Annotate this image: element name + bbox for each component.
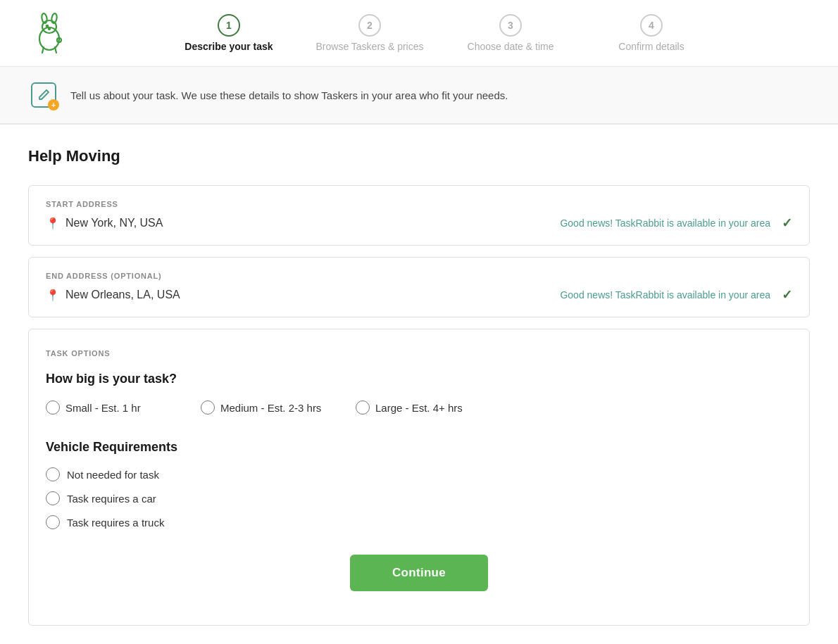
start-address-label: START ADDRESS [46, 200, 792, 208]
svg-line-8 [55, 47, 56, 53]
end-checkmark-icon: ✓ [782, 287, 792, 303]
vehicle-label-truck: Task requires a truck [67, 517, 164, 529]
start-availability-text: Good news! TaskRabbit is available in yo… [560, 217, 770, 229]
size-radio-large[interactable] [356, 400, 370, 415]
vehicle-label-none: Not needed for task [67, 469, 159, 481]
step-4-label: Confirm details [618, 41, 684, 52]
end-address-label: END ADDRESS (OPTIONAL) [46, 272, 792, 280]
taskrabbit-logo[interactable] [28, 12, 70, 54]
step-4-circle: 4 [640, 14, 663, 37]
vehicle-option-car[interactable]: Task requires a car [46, 491, 792, 505]
end-address-card: END ADDRESS (OPTIONAL) 📍 New Orleans, LA… [28, 257, 810, 317]
header: 1 Describe your task 2 Browse Taskers & … [0, 0, 838, 67]
step-3: 3 Choose date & time [440, 14, 581, 52]
size-option-large[interactable]: Large - Est. 4+ hrs [356, 400, 511, 415]
size-label-medium: Medium - Est. 2-3 hrs [220, 402, 321, 414]
svg-point-5 [49, 28, 50, 30]
info-bar: + Tell us about your task. We use these … [0, 67, 838, 124]
main-content: Help Moving START ADDRESS 📍 New York, NY… [0, 125, 838, 644]
vehicle-options-group: Not needed for task Task requires a car … [46, 467, 792, 529]
size-radio-small[interactable] [46, 400, 60, 415]
size-radio-group: Small - Est. 1 hr Medium - Est. 2-3 hrs … [46, 400, 792, 415]
end-address-right: Good news! TaskRabbit is available in yo… [560, 287, 792, 303]
start-address-value: 📍 New York, NY, USA [46, 217, 163, 230]
task-options-label: TASK OPTIONS [46, 349, 792, 358]
step-1-circle: 1 [218, 14, 240, 37]
task-options-card: TASK OPTIONS How big is your task? Small… [28, 329, 810, 626]
start-address-right: Good news! TaskRabbit is available in yo… [560, 215, 792, 231]
plus-badge-icon: + [48, 99, 59, 111]
step-2-label: Browse Taskers & prices [315, 41, 423, 52]
vehicle-radio-none[interactable] [46, 467, 60, 481]
vehicle-section: Vehicle Requirements Not needed for task… [46, 440, 792, 529]
size-label-small: Small - Est. 1 hr [65, 402, 141, 414]
svg-line-7 [42, 47, 44, 53]
start-address-row: 📍 New York, NY, USA Good news! TaskRabbi… [46, 215, 792, 231]
continue-wrapper: Continue [46, 555, 792, 605]
end-address-value: 📍 New Orleans, LA, USA [46, 289, 180, 302]
start-address-text: New York, NY, USA [65, 217, 163, 229]
page-title: Help Moving [28, 147, 810, 165]
step-4: 4 Confirm details [581, 14, 722, 52]
end-address-row: 📍 New Orleans, LA, USA Good news! TaskRa… [46, 287, 792, 303]
size-radio-medium[interactable] [201, 400, 215, 415]
info-text: Tell us about your task. We use these de… [70, 89, 508, 101]
step-3-label: Choose date & time [468, 41, 554, 52]
continue-button[interactable]: Continue [350, 555, 488, 591]
stepper: 1 Describe your task 2 Browse Taskers & … [70, 14, 810, 52]
size-label-large: Large - Est. 4+ hrs [375, 402, 463, 414]
end-availability-text: Good news! TaskRabbit is available in yo… [560, 289, 770, 301]
pin-icon-end: 📍 [46, 289, 60, 302]
vehicle-radio-car[interactable] [46, 491, 60, 505]
size-option-medium[interactable]: Medium - Est. 2-3 hrs [201, 400, 356, 415]
vehicle-radio-truck[interactable] [46, 515, 60, 529]
pin-icon: 📍 [46, 217, 60, 230]
step-3-circle: 3 [499, 14, 522, 37]
step-2-circle: 2 [358, 14, 381, 37]
start-address-card: START ADDRESS 📍 New York, NY, USA Good n… [28, 185, 810, 246]
end-address-text: New Orleans, LA, USA [65, 289, 180, 301]
size-question: How big is your task? [46, 372, 792, 386]
step-2: 2 Browse Taskers & prices [299, 14, 440, 52]
step-1: 1 Describe your task [158, 14, 299, 52]
vehicle-option-none[interactable]: Not needed for task [46, 467, 792, 481]
svg-point-4 [46, 25, 48, 27]
task-icon: + [28, 80, 59, 111]
vehicle-title: Vehicle Requirements [46, 440, 792, 455]
vehicle-option-truck[interactable]: Task requires a truck [46, 515, 792, 529]
start-checkmark-icon: ✓ [782, 215, 792, 231]
vehicle-label-car: Task requires a car [67, 493, 156, 505]
size-option-small[interactable]: Small - Est. 1 hr [46, 400, 201, 415]
step-1-label: Describe your task [185, 41, 273, 52]
svg-point-0 [39, 27, 59, 50]
